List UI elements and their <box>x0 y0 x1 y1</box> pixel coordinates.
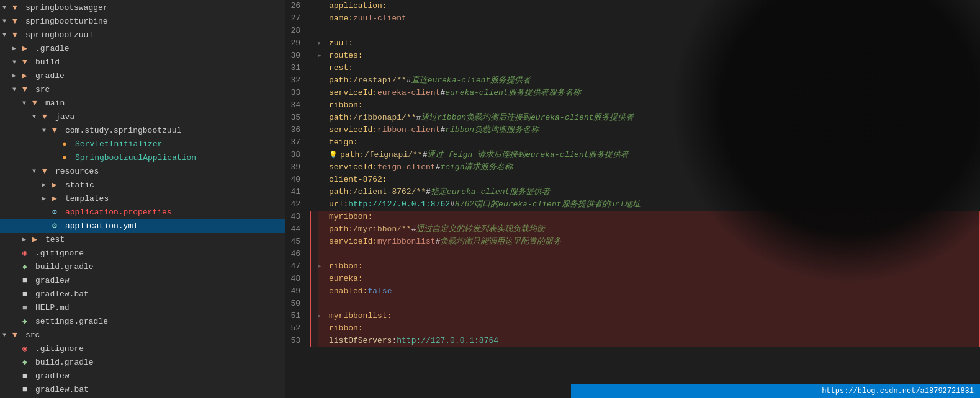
token: 指定 <box>431 186 447 198</box>
tree-item[interactable]: ▶▶static <box>0 179 285 192</box>
line-numbers: 2627282930313233343536373839404142434445… <box>285 0 310 398</box>
token: # <box>450 198 455 211</box>
status-bar: https://blog.csdn.net/a18792721831 <box>571 384 980 398</box>
line-number: 42 <box>285 198 305 211</box>
line-number: 53 <box>285 335 305 347</box>
tree-label: .gradle <box>35 43 70 55</box>
bulb-icon[interactable]: 💡 <box>329 149 338 161</box>
tree-item[interactable]: ⚙application.yml <box>0 219 285 233</box>
code-line: ribbon: <box>318 99 980 112</box>
token: # <box>407 74 411 87</box>
fold-icon[interactable]: ▶ <box>318 50 326 62</box>
tree-label: gradlew <box>35 275 70 287</box>
line-number: 43 <box>285 211 305 223</box>
token: # <box>440 87 445 99</box>
file-icon: ◉ <box>22 247 34 260</box>
tree-item[interactable]: ▼▼build <box>0 56 285 69</box>
line-number: 47 <box>285 260 305 273</box>
tree-label: build.gradle <box>35 356 94 369</box>
code-line: enabled: false <box>318 285 980 298</box>
code-line: myribbon: <box>318 211 980 223</box>
tree-label: main <box>45 97 65 110</box>
tree-label: com.study.springbootzuul <box>65 125 181 137</box>
tree-item[interactable]: ▶▶gradle <box>0 69 285 83</box>
tree-item[interactable]: ▼▼src <box>0 329 285 342</box>
tree-item[interactable]: ◆build.gradle <box>0 356 285 369</box>
tree-item[interactable]: ■gradlew.bat <box>0 383 285 397</box>
tree-item[interactable]: ▼▼springbootzuul <box>0 29 285 42</box>
token: 通过ribbon负载均衡后连接到 <box>421 112 531 124</box>
file-icon: ▶ <box>52 193 63 205</box>
line-number: 34 <box>285 99 305 112</box>
tree-label: templates <box>65 193 109 205</box>
tree-item[interactable]: ▶▶templates <box>0 192 285 206</box>
tree-item[interactable]: ●SpringbootzuulApplication <box>0 151 285 165</box>
token: false <box>367 285 392 298</box>
line-number: 39 <box>285 161 305 174</box>
token: rest: <box>329 62 353 74</box>
file-icon: ▼ <box>12 15 24 28</box>
token: routes: <box>329 50 363 62</box>
tree-arrow-icon: ▼ <box>22 97 32 110</box>
tree-item[interactable]: ▼▼com.study.springbootzuul <box>0 124 285 138</box>
tree-item[interactable]: ▶▶test <box>0 233 285 247</box>
tree-item[interactable]: ▼▼main <box>0 97 285 110</box>
tree-item[interactable]: ■gradlew.bat <box>0 288 285 301</box>
token: 通过 feign 请求后连接到 <box>427 149 526 161</box>
tree-item[interactable]: ■HELP.md <box>0 301 285 315</box>
token: ribbon: <box>329 260 363 273</box>
tree-arrow-icon: ▼ <box>12 84 22 96</box>
tree-item[interactable]: ▼▼springbootswagger <box>0 1 285 15</box>
token: /restapi/** <box>353 74 407 87</box>
tree-item[interactable]: ◉.gitignore <box>0 247 285 260</box>
line-number: 51 <box>285 310 305 322</box>
fold-icon[interactable]: ▶ <box>318 260 326 273</box>
tree-label: java <box>55 111 74 123</box>
token: http://127.0.0.1:8762 <box>348 198 450 211</box>
tree-item[interactable]: ▼▼resources <box>0 165 285 179</box>
tree-item[interactable]: ▼▼springbootturbine <box>0 15 285 29</box>
editor-content: 2627282930313233343536373839404142434445… <box>285 0 980 398</box>
tree-item[interactable]: ■gradlew <box>0 274 285 288</box>
code-area: application: name: zuul-client▶zuul:▶ ro… <box>310 0 980 398</box>
tree-label: ServletInitializer <box>75 138 162 151</box>
token: zuul: <box>329 37 353 50</box>
token: eureka-client <box>531 112 593 124</box>
code-line: path: /ribbonapi/** # 通过ribbon负载均衡后连接到eu… <box>318 112 980 124</box>
tree-item[interactable]: ◆build.gradle <box>0 260 285 274</box>
tree-label: gradlew.bat <box>35 384 89 396</box>
token: 8762端口的 <box>455 198 498 211</box>
tree-label: springbootswagger <box>25 2 108 14</box>
token: path: <box>340 149 364 161</box>
tree-item[interactable]: ▼▼src <box>0 83 285 97</box>
token: eureka-client <box>428 74 490 87</box>
file-icon: ● <box>62 138 73 151</box>
tree-item[interactable]: ●ServletInitializer <box>0 138 285 151</box>
tree-arrow-icon: ▼ <box>32 111 42 123</box>
tree-label: application.properties <box>65 206 172 219</box>
tree-item[interactable]: ◉.gitignore <box>0 342 285 356</box>
code-line: application: <box>318 0 980 12</box>
file-icon: ▼ <box>42 166 53 178</box>
tree-arrow-icon: ▼ <box>2 329 12 342</box>
fold-icon[interactable]: ▶ <box>318 310 326 322</box>
fold-icon[interactable]: ▶ <box>318 37 326 50</box>
tree-label: settings.gradle <box>35 316 108 328</box>
line-number: 33 <box>285 87 305 99</box>
token: 服务提供者 <box>593 112 634 124</box>
tree-item[interactable]: ⚙application.properties <box>0 206 285 219</box>
token: zuul-client <box>353 12 407 25</box>
token: eureka: <box>329 273 363 285</box>
code-line: feign: <box>318 136 980 149</box>
tree-item[interactable]: ■gradlew <box>0 369 285 383</box>
token: /client-8762/** <box>353 186 426 198</box>
token: # <box>440 124 445 136</box>
token: myribbonlist <box>377 236 436 248</box>
tree-item[interactable]: ▶▶.gradle <box>0 42 285 56</box>
tree-label: test <box>45 234 65 246</box>
tree-item[interactable]: ▼▼java <box>0 110 285 124</box>
token: path: <box>329 112 353 124</box>
line-number: 44 <box>285 223 305 236</box>
code-line <box>318 25 980 37</box>
tree-item[interactable]: ◆settings.gradle <box>0 315 285 329</box>
